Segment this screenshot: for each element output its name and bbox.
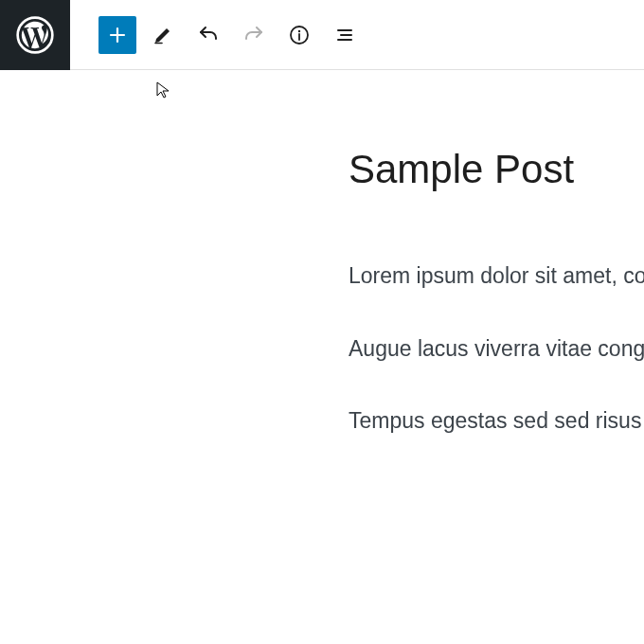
paragraph-block[interactable]: Tempus egestas sed sed risus pretium qua…	[349, 404, 644, 438]
post-title[interactable]: Sample Post	[349, 146, 644, 193]
undo-icon	[197, 24, 220, 46]
outline-button[interactable]	[326, 16, 364, 54]
undo-button[interactable]	[189, 16, 227, 54]
editor-top-bar	[0, 0, 644, 70]
outline-icon	[333, 24, 356, 46]
paragraph-block[interactable]: Lorem ipsum dolor sit amet, consectetur …	[349, 259, 644, 293]
plus-icon	[106, 24, 129, 46]
info-icon	[288, 24, 311, 46]
wordpress-icon	[16, 16, 54, 54]
add-block-button[interactable]	[98, 16, 136, 54]
redo-button[interactable]	[235, 16, 273, 54]
details-button[interactable]	[280, 16, 318, 54]
editor-toolbar	[70, 16, 364, 54]
pencil-icon	[152, 24, 174, 46]
tools-button[interactable]	[144, 16, 182, 54]
editor-content[interactable]: Sample Post Lorem ipsum dolor sit amet, …	[0, 70, 644, 438]
redo-icon	[242, 24, 265, 46]
svg-point-2	[298, 29, 300, 31]
wordpress-logo-button[interactable]	[0, 0, 70, 70]
paragraph-block[interactable]: Augue lacus viverra vitae congue eu cons…	[349, 332, 644, 366]
